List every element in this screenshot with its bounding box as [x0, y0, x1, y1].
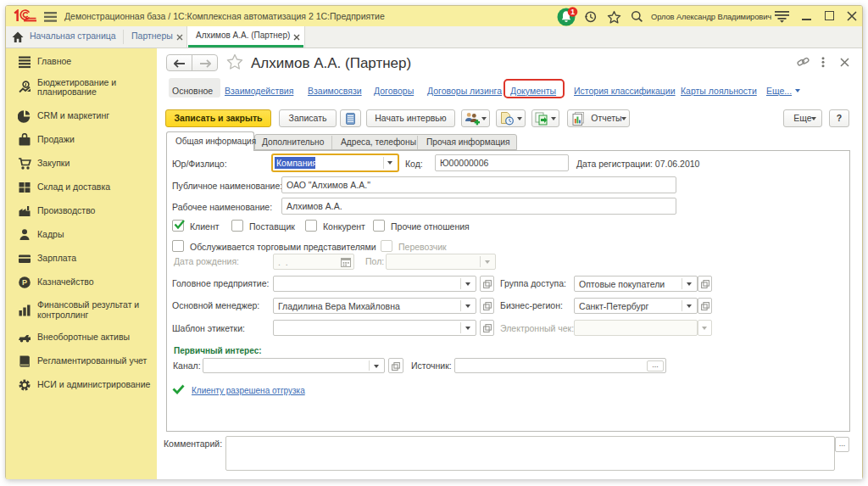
- svg-text:1: 1: [570, 8, 575, 16]
- svg-text:Р: Р: [22, 278, 27, 287]
